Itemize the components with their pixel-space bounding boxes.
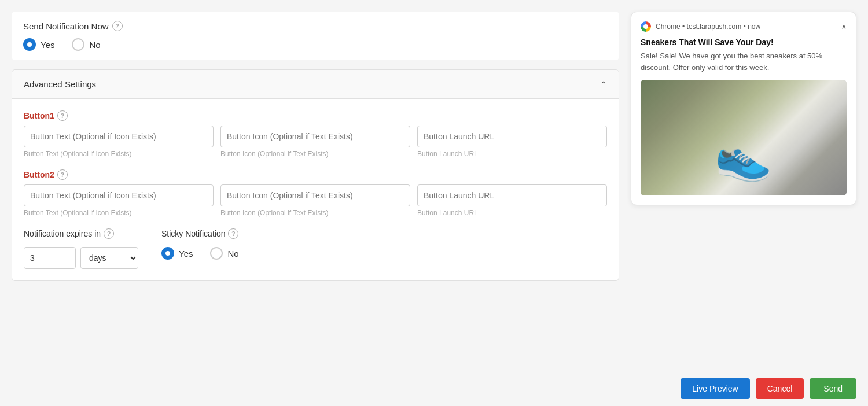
sticky-yes-label: Yes [179, 249, 193, 259]
button1-text-hint: Button Text (Optional if Icon Exists) [24, 150, 214, 158]
expires-sticky-row: Notification expires in ? days minutes h… [24, 228, 607, 269]
sticky-help-icon[interactable]: ? [228, 228, 238, 239]
cancel-button[interactable]: Cancel [756, 378, 804, 399]
advanced-settings-header[interactable]: Advanced Settings ⌃ [12, 70, 619, 99]
sticky-no-radio[interactable] [210, 247, 223, 260]
live-preview-button[interactable]: Live Preview [681, 378, 749, 399]
sticky-radio-group: Yes No [161, 247, 239, 260]
button2-label: Button2 ? [24, 169, 607, 180]
send-now-section: Send Notification Now ? Yes No [12, 12, 619, 60]
preview-header: Chrome • test.larapush.com • now ∧ [641, 21, 847, 32]
sticky-group: Sticky Notification ? Yes No [161, 228, 239, 260]
button2-input-row: Button Text (Optional if Icon Exists) Bu… [24, 184, 607, 217]
notification-preview-card: Chrome • test.larapush.com • now ∧ Sneak… [631, 12, 856, 205]
send-now-title: Send Notification Now [23, 21, 109, 31]
button2-url-hint: Button Launch URL [417, 209, 607, 217]
button1-text-input[interactable] [24, 126, 214, 147]
advanced-settings-body: Button1 ? Button Text (Optional if Icon … [12, 99, 619, 280]
button1-help-icon[interactable]: ? [57, 110, 68, 121]
button2-url-col: Button Launch URL [417, 184, 607, 217]
button1-url-input[interactable] [417, 126, 607, 147]
send-button[interactable]: Send [810, 378, 856, 399]
button2-icon-hint: Button Icon (Optional if Text Exists) [220, 209, 410, 217]
bottom-bar: Live Preview Cancel Send [0, 371, 868, 406]
expires-label: Notification expires in ? [24, 228, 138, 239]
button2-text-hint: Button Text (Optional if Icon Exists) [24, 209, 214, 217]
button2-text-col: Button Text (Optional if Icon Exists) [24, 184, 214, 217]
expires-group: Notification expires in ? days minutes h… [24, 228, 138, 269]
left-panel: Send Notification Now ? Yes No Advanced … [12, 12, 619, 281]
send-now-label: Send Notification Now ? [23, 21, 608, 31]
sticky-label: Sticky Notification ? [161, 228, 239, 239]
preview-collapse-icon[interactable]: ∧ [841, 23, 847, 31]
advanced-settings-section: Advanced Settings ⌃ Button1 ? Button Tex… [12, 69, 619, 281]
send-now-help-icon[interactable]: ? [112, 21, 123, 31]
sneaker-image [641, 80, 847, 195]
button2-group: Button2 ? Button Text (Optional if Icon … [24, 169, 607, 217]
button1-url-hint: Button Launch URL [417, 150, 607, 158]
preview-meta: Chrome • test.larapush.com • now [656, 23, 837, 31]
preview-body: Sale! Sale! We have got you the best sne… [641, 50, 847, 73]
button2-icon-input[interactable] [220, 184, 410, 206]
send-now-radio-group: Yes No [23, 38, 608, 51]
button1-icon-input[interactable] [220, 126, 410, 147]
sticky-yes-option[interactable]: Yes [161, 247, 193, 260]
button1-icon-hint: Button Icon (Optional if Text Exists) [220, 150, 410, 158]
button1-input-row: Button Text (Optional if Icon Exists) Bu… [24, 126, 607, 158]
right-panel: Chrome • test.larapush.com • now ∧ Sneak… [631, 12, 856, 205]
send-now-yes-label: Yes [41, 40, 54, 50]
expires-inputs: days minutes hours weeks [24, 247, 138, 269]
preview-title: Sneakers That Will Save Your Day! [641, 38, 847, 47]
send-now-no-radio[interactable] [72, 38, 84, 51]
chrome-icon [641, 21, 651, 32]
button1-url-col: Button Launch URL [417, 126, 607, 158]
expires-help-icon[interactable]: ? [104, 228, 114, 239]
sticky-no-label: No [227, 249, 238, 259]
preview-image [641, 80, 847, 195]
chevron-up-icon: ⌃ [600, 80, 607, 89]
send-now-no-option[interactable]: No [72, 38, 100, 51]
button1-icon-col: Button Icon (Optional if Text Exists) [220, 126, 410, 158]
sticky-no-option[interactable]: No [210, 247, 238, 260]
button2-text-input[interactable] [24, 184, 214, 206]
button1-group: Button1 ? Button Text (Optional if Icon … [24, 110, 607, 158]
button2-url-input[interactable] [417, 184, 607, 206]
expires-unit-select[interactable]: days minutes hours weeks [80, 247, 138, 269]
button1-text-col: Button Text (Optional if Icon Exists) [24, 126, 214, 158]
send-now-yes-option[interactable]: Yes [23, 38, 54, 51]
button2-help-icon[interactable]: ? [57, 169, 68, 180]
button1-label: Button1 ? [24, 110, 607, 121]
sticky-yes-radio[interactable] [161, 247, 174, 260]
expires-number-input[interactable] [24, 247, 76, 269]
send-now-yes-radio[interactable] [23, 38, 36, 51]
advanced-settings-title: Advanced Settings [24, 79, 96, 89]
send-now-no-label: No [89, 40, 100, 50]
button2-icon-col: Button Icon (Optional if Text Exists) [220, 184, 410, 217]
